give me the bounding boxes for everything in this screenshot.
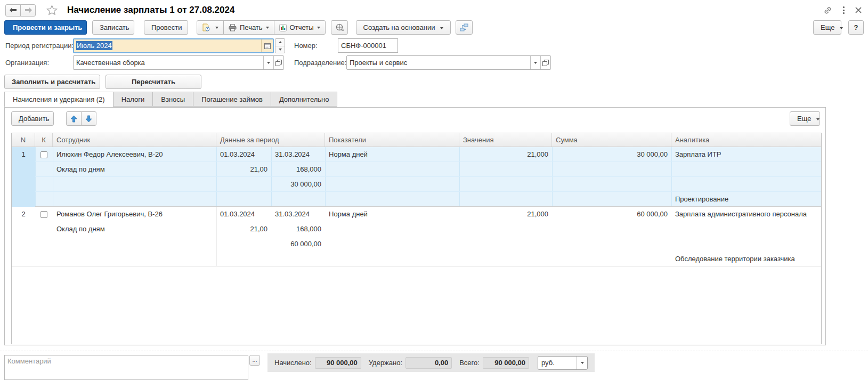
currency-dropdown-caret-icon[interactable] <box>577 357 587 369</box>
number-label: Номер: <box>294 38 318 53</box>
department-open-icon[interactable] <box>540 56 550 69</box>
more-label: Еще <box>797 115 811 123</box>
move-down-button[interactable] <box>81 111 96 126</box>
amount-cell[interactable]: 60 000,00 <box>552 207 671 222</box>
tab-loan-repayment[interactable]: Погашение займов <box>193 92 271 107</box>
recalculate-button[interactable]: Пересчитать <box>106 75 201 89</box>
fill-and-calculate-button[interactable]: Заполнить и рассчитать <box>4 75 100 89</box>
page-title: Начисление зарплаты 1 от 27.08.2024 <box>67 5 234 15</box>
analytics2-cell[interactable]: Проектирование <box>671 192 821 207</box>
grid-more-button[interactable]: Еще <box>790 111 820 126</box>
organization-open-icon[interactable] <box>273 56 283 69</box>
document-clock-icon <box>202 23 212 31</box>
table-row[interactable]: 2 Романов Олег Григорьевич, В-26 Оклад п… <box>12 207 821 266</box>
back-arrow-icon <box>10 7 17 13</box>
department-field[interactable]: Проекты и сервис <box>346 55 551 70</box>
comment-expand-button[interactable]: ... <box>249 355 260 366</box>
hours-cell[interactable]: 168,000 <box>271 162 325 177</box>
date-to-cell[interactable]: 31.03.2024 <box>271 207 325 222</box>
accrued-value: 90 000,00 <box>315 357 361 369</box>
footer-splitter[interactable] <box>0 351 868 351</box>
post-and-close-button[interactable]: Провести и закрыть <box>4 20 87 35</box>
tab-taxes[interactable]: Налоги <box>113 92 153 107</box>
spinner-up-icon[interactable] <box>275 39 285 46</box>
indicator-cell[interactable]: Норма дней <box>325 207 459 222</box>
dropdown-caret-icon <box>215 27 218 29</box>
employee-cell[interactable]: Илюхин Федор Алексеевич, В-20 <box>53 147 216 162</box>
hours-cell[interactable]: 168,000 <box>271 222 325 237</box>
department-label: Подразделение: <box>294 55 346 70</box>
accrual-amount-cell[interactable]: 30 000,00 <box>271 177 325 192</box>
row-checkbox[interactable] <box>40 211 47 218</box>
date-from-cell[interactable]: 01.03.2024 <box>216 147 271 162</box>
help-button[interactable]: ? <box>848 20 864 35</box>
period-field[interactable]: Июль 2024 <box>73 38 274 53</box>
currency-field[interactable]: руб. <box>538 356 588 370</box>
department-dropdown-caret-icon[interactable] <box>530 56 540 69</box>
post-button[interactable]: Провести <box>144 20 188 35</box>
accrual-type-cell[interactable]: Оклад по дням <box>53 222 216 237</box>
show-postings-button[interactable] <box>331 20 348 35</box>
period-value: Июль 2024 <box>74 39 261 52</box>
table-row[interactable]: 1 Илюхин Федор Алексеевич, В-20 Оклад по… <box>12 147 821 207</box>
accrual-type-cell[interactable]: Оклад по дням <box>53 162 216 177</box>
total-value: 90 000,00 <box>483 357 529 369</box>
close-icon[interactable] <box>855 7 862 13</box>
document-structure-button[interactable] <box>456 20 473 35</box>
total-label: Всего: <box>459 359 480 367</box>
reminder-menu-button[interactable] <box>197 20 224 35</box>
comment-input[interactable] <box>4 355 248 380</box>
accrual-amount-cell[interactable]: 60 000,00 <box>271 237 325 252</box>
dropdown-caret-icon <box>266 27 269 29</box>
link-icon[interactable] <box>823 6 832 15</box>
amount-cell[interactable]: 30 000,00 <box>552 147 671 162</box>
tab-contributions[interactable]: Взносы <box>152 92 193 107</box>
spinner-down-icon[interactable] <box>275 46 285 53</box>
indicator-cell[interactable]: Норма дней <box>325 147 459 162</box>
write-button[interactable]: Записать <box>92 20 134 35</box>
date-from-cell[interactable]: 01.03.2024 <box>216 207 271 222</box>
move-up-button[interactable] <box>66 111 82 126</box>
tab-strip: Начисления и удержания (2) Налоги Взносы… <box>4 92 337 107</box>
days-cell[interactable]: 21,00 <box>216 162 271 177</box>
number-field[interactable]: СБНФ-000001 <box>338 38 398 53</box>
print-menu-button[interactable]: Печать <box>223 20 274 35</box>
col-header-analytics: Аналитика <box>671 133 821 147</box>
analytics-cell[interactable]: Зарплата административного персонала <box>671 207 821 222</box>
employee-cell[interactable]: Романов Олег Григорьевич, В-26 <box>53 207 216 222</box>
form-more-button[interactable]: Еще <box>813 20 841 35</box>
col-header-amount: Сумма <box>552 133 671 147</box>
favorite-star-icon[interactable] <box>46 5 58 15</box>
tab-accruals-deductions[interactable]: Начисления и удержания (2) <box>4 92 113 107</box>
reports-menu-button[interactable]: Отчеты <box>274 20 326 35</box>
tab-additional[interactable]: Дополнительно <box>271 92 338 107</box>
accruals-tab-panel: Добавить Еще N К Сотрудник Данные за <box>4 107 826 345</box>
value-cell[interactable]: 21,000 <box>459 147 552 162</box>
withheld-label: Удержано: <box>369 359 402 367</box>
organization-label: Организация: <box>5 55 49 70</box>
calendar-icon[interactable] <box>261 39 273 52</box>
col-header-k: К <box>35 133 53 147</box>
bar-chart-icon <box>279 24 290 31</box>
days-cell[interactable]: 21,00 <box>216 222 271 237</box>
date-to-cell[interactable]: 31.03.2024 <box>271 147 325 162</box>
accruals-table: N К Сотрудник Данные за период Показател… <box>11 133 822 344</box>
create-based-on-label: Создать на основании <box>363 23 435 31</box>
organization-field[interactable]: Качественная сборка <box>73 55 284 70</box>
value-cell[interactable]: 21,000 <box>459 207 552 222</box>
more-menu-kebab-icon[interactable] <box>842 5 846 15</box>
row-number: 1 <box>12 147 35 207</box>
command-toolbar: Провести и закрыть Записать Провести <box>4 20 864 35</box>
organization-dropdown-caret-icon[interactable] <box>263 56 273 69</box>
analytics2-cell[interactable]: Обследование территории заказчика <box>671 252 821 266</box>
forward-button[interactable] <box>20 4 36 17</box>
totals-bar: Начислено: 90 000,00 Удержано: 0,00 Всег… <box>267 353 595 372</box>
print-label: Печать <box>240 23 263 31</box>
postings-dtkt-icon <box>335 23 344 31</box>
create-based-on-button[interactable]: Создать на основании <box>356 20 451 35</box>
add-row-button[interactable]: Добавить <box>11 111 54 126</box>
row-checkbox[interactable] <box>40 151 47 158</box>
analytics-cell[interactable]: Зарплата ИТР <box>671 147 821 162</box>
period-number-row: Период регистрации: Июль 2024 Номер: СБН… <box>5 38 864 53</box>
back-button[interactable] <box>5 4 21 17</box>
